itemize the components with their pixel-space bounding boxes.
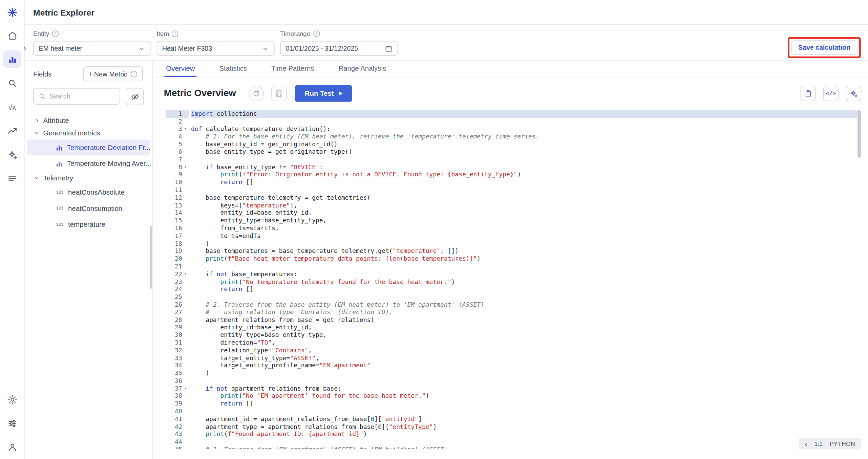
code-line[interactable]: # 2. Traverse from the base entity (EM h…: [191, 301, 857, 309]
tree-group-attribute[interactable]: ›Attribute: [25, 114, 152, 127]
ai-assist-button[interactable]: [846, 86, 862, 101]
search-nav-icon[interactable]: [3, 74, 21, 92]
expand-panel-chevron-icon[interactable]: ›: [20, 43, 29, 53]
search-field[interactable]: [33, 88, 120, 105]
code-line[interactable]: apartment_type = apartment_relations_fro…: [191, 423, 857, 431]
code-view-button[interactable]: </>: [823, 86, 839, 101]
timerange-input[interactable]: 01/01/2025 - 31/12/2025: [280, 41, 398, 56]
code-line[interactable]: [191, 187, 857, 194]
code-line[interactable]: entity_type=base_entity_type,: [191, 331, 857, 339]
code-line[interactable]: if not base_temperatures:: [191, 270, 857, 278]
editor-scrollbar[interactable]: [857, 109, 861, 449]
tree-item-heatconsumption[interactable]: 123heatConsumption: [27, 200, 150, 216]
save-draft-button[interactable]: [272, 86, 287, 101]
hide-fields-button[interactable]: [126, 88, 144, 105]
fold-toggle-icon[interactable]: ▾: [182, 125, 189, 133]
code-line[interactable]: entity_id=base_entity_id,: [191, 324, 857, 332]
code-line[interactable]: print(f"Found apartment ID: {apartment_i…: [191, 431, 857, 438]
code-line[interactable]: return []: [191, 400, 857, 408]
tab-statistics[interactable]: Statistics: [218, 61, 249, 77]
code-line[interactable]: # using relation type 'Contains' (direct…: [191, 309, 857, 316]
code-line[interactable]: [191, 118, 857, 126]
fold-toggle-icon[interactable]: ▾: [182, 270, 189, 278]
code-line[interactable]: return []: [191, 286, 857, 293]
code-line[interactable]: from_ts=startTs,: [191, 225, 857, 233]
header: Metric Explorer: [25, 0, 868, 25]
code-line[interactable]: [191, 438, 857, 446]
info-icon[interactable]: i: [52, 30, 59, 37]
code-line[interactable]: print(f"Error: Originator entity is not …: [191, 171, 857, 179]
bar-chart-icon: [56, 144, 63, 151]
copy-button[interactable]: [801, 86, 816, 101]
tune-sliders-icon[interactable]: [3, 414, 21, 432]
code-line[interactable]: direction="TO",: [191, 339, 857, 347]
metric-explorer-nav-icon[interactable]: [3, 50, 21, 68]
tree-item-temperature-deviation-fr[interactable]: Temperature Deviation Fr...: [27, 139, 150, 155]
new-metric-button[interactable]: + New Metric i: [83, 66, 143, 81]
code-line[interactable]: target_entity_profile_name="EM apartment…: [191, 362, 857, 370]
fold-toggle-icon[interactable]: ▾: [182, 163, 189, 171]
search-input[interactable]: [49, 92, 115, 100]
code-line[interactable]: base_temperatures = base_temperature_tel…: [191, 247, 857, 255]
tree-item-label: Temperature Deviation Fr...: [67, 144, 150, 151]
code-line[interactable]: [191, 263, 857, 270]
code-line[interactable]: [191, 156, 857, 164]
code-line[interactable]: apartment_relations_from_base = get_rela…: [191, 316, 857, 324]
info-icon[interactable]: i: [172, 30, 178, 37]
info-icon[interactable]: i: [313, 30, 320, 37]
settings-gear-icon[interactable]: [3, 391, 21, 408]
code-line[interactable]: ): [191, 370, 857, 377]
code-line[interactable]: base_entity_type = get_originator_type(): [191, 148, 857, 156]
run-test-button[interactable]: Run Test ▶: [295, 85, 352, 102]
tree-group-telemetry[interactable]: ›Telemetry: [25, 172, 152, 184]
ai-sparkle-nav-icon[interactable]: [3, 146, 21, 163]
code-line[interactable]: [191, 408, 857, 416]
refresh-button[interactable]: [249, 86, 264, 101]
statusbar-collapse-icon[interactable]: ‹: [805, 440, 807, 447]
tab-overview[interactable]: Overview: [164, 61, 196, 77]
tree-group-generated-metrics[interactable]: ›Generated metrics: [25, 127, 152, 139]
code-line[interactable]: if not apartment_relations_from_base:: [191, 385, 857, 393]
tab-range-analysis[interactable]: Range Analysis: [337, 61, 388, 77]
gutter-line-number: 25: [166, 293, 189, 301]
code-line[interactable]: ): [191, 240, 857, 248]
list-menu-nav-icon[interactable]: [3, 169, 21, 187]
code-line[interactable]: apartment_id = apartment_relations_from_…: [191, 415, 857, 423]
code-line[interactable]: print("No 'EM apartment' found for the b…: [191, 393, 857, 400]
code-line[interactable]: base_temperature_telemetry = get_telemet…: [191, 194, 857, 202]
code-line[interactable]: entity_id=base_entity_id,: [191, 209, 857, 217]
code-line[interactable]: if base_entity_type != "DEVICE":: [191, 163, 857, 171]
code-line[interactable]: # 3. Traverse from 'EM apartment' (ASSET…: [191, 446, 857, 450]
code-line[interactable]: def calculate_temperature_deviation():: [191, 125, 857, 133]
scrollbar-thumb[interactable]: [858, 110, 861, 158]
code-line[interactable]: print(f"Base heat meter temperature data…: [191, 255, 857, 263]
code-line[interactable]: return []: [191, 179, 857, 187]
code-line[interactable]: [191, 377, 857, 385]
code-line[interactable]: relation_type="Contains",: [191, 347, 857, 354]
home-nav-icon[interactable]: [3, 26, 21, 44]
formula-nav-icon[interactable]: √x: [3, 98, 21, 115]
code-line[interactable]: keys=["temperature"],: [191, 202, 857, 210]
entity-select[interactable]: EM heat meter: [33, 41, 151, 56]
tree-item-temperature[interactable]: 123temperature: [27, 216, 150, 232]
trends-nav-icon[interactable]: [3, 122, 21, 139]
panel-scrollbar-thumb[interactable]: [150, 226, 152, 289]
code-line[interactable]: import collections: [191, 110, 857, 118]
code-line[interactable]: to_ts=endTs: [191, 232, 857, 240]
tab-time-patterns[interactable]: Time Patterns: [270, 61, 316, 77]
fold-toggle-icon[interactable]: ▾: [182, 385, 189, 393]
code-line[interactable]: print("No temperature telemetry found fo…: [191, 278, 857, 286]
code-editor[interactable]: 123▾45678▾910111213141516171819202122▾23…: [166, 109, 862, 449]
gutter-line-number: 41: [166, 415, 189, 423]
code-line[interactable]: target_entity_type="ASSET",: [191, 354, 857, 362]
code-line[interactable]: entity_type=base_entity_type,: [191, 217, 857, 225]
editor-code[interactable]: import collectionsdef calculate_temperat…: [189, 109, 857, 449]
profile-person-icon[interactable]: [3, 438, 21, 456]
item-select[interactable]: Heat Meter F303: [157, 41, 275, 56]
code-line[interactable]: # 1. For the base entity (EM heat meter)…: [191, 133, 857, 141]
tree-item-temperature-moving-aver[interactable]: Temperature Moving Aver...: [27, 155, 150, 171]
save-calculation-button[interactable]: Save calculation: [791, 40, 858, 54]
code-line[interactable]: [191, 293, 857, 301]
code-line[interactable]: base_entity_id = get_originator_id(): [191, 140, 857, 148]
tree-item-heatconsabsolute[interactable]: 123heatConsAbsolute: [27, 184, 150, 200]
